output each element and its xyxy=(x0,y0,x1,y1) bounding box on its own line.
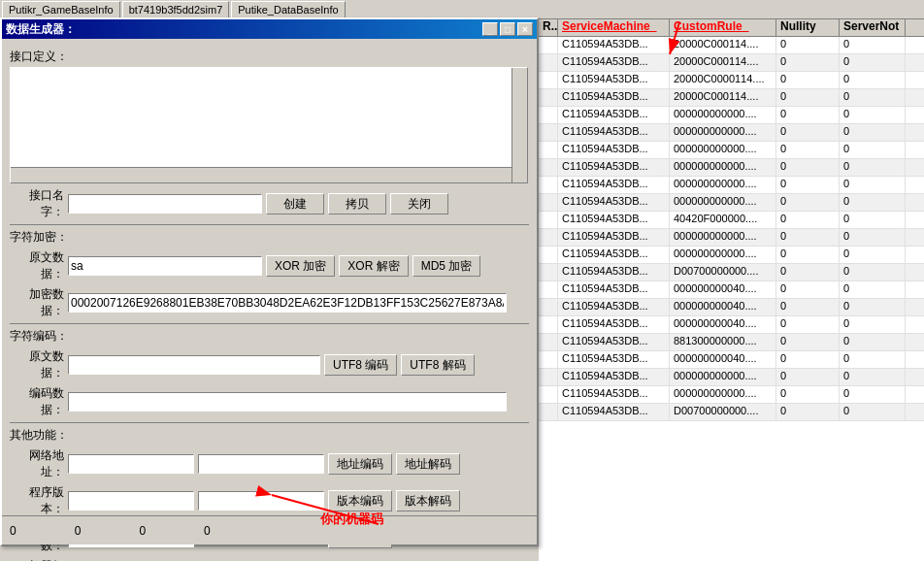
addr-encode-button[interactable]: 地址编码 xyxy=(328,453,392,475)
grid-cell: D00700000000.... xyxy=(670,264,776,280)
table-row: C110594A53DB...000000000000....00 xyxy=(539,124,924,142)
grid-cell: 000000000040.... xyxy=(670,351,776,368)
col-header-r: R... xyxy=(539,17,558,36)
grid-cell: 0 xyxy=(776,404,840,420)
grid-cell: 0 xyxy=(776,142,840,158)
grid-cell: 0 xyxy=(776,247,840,263)
scrollbar-right[interactable] xyxy=(512,68,527,182)
grid-cell xyxy=(539,299,558,315)
grid-cell: C110594A53DB... xyxy=(558,212,670,228)
network-addr-input2[interactable] xyxy=(198,454,324,474)
utf8-encode-button[interactable]: UTF8 编码 xyxy=(324,354,397,376)
plain-data2-label: 原文数据： xyxy=(10,348,64,381)
grid-cell: C110594A53DB... xyxy=(558,142,670,158)
encoded-data-row: 编码数据： xyxy=(10,385,529,418)
other-func-label: 其他功能： xyxy=(10,427,529,444)
grid-cell: 0 xyxy=(840,404,906,420)
grid-cell xyxy=(539,72,558,88)
grid-cell xyxy=(539,404,558,420)
grid-cell xyxy=(539,264,558,280)
grid-cell: 20000C000114.... xyxy=(670,89,776,106)
table-row: C110594A53DB...20000C000114....00 xyxy=(539,37,924,54)
grid-cell: C110594A53DB... xyxy=(558,107,670,123)
table-row: C110594A53DB...000000000000....00 xyxy=(539,369,924,386)
interface-def-label: 接口定义： xyxy=(10,49,529,65)
dialog-window: 数据生成器： _ □ × 接口定义： 接口名字： 创建 拷贝 关闭 字符加密： … xyxy=(0,17,539,546)
grid-cell: 000000000000.... xyxy=(670,142,776,158)
grid-cell: C110594A53DB... xyxy=(558,264,670,280)
plain-data2-row: 原文数据： UTF8 编码 UTF8 解码 xyxy=(10,348,529,381)
grid-cell: 0 xyxy=(840,54,906,71)
interface-name-label: 接口名字： xyxy=(10,187,64,220)
table-row: C110594A53DB...D00700000000....00 xyxy=(539,264,924,281)
bottom-val-2: 0 xyxy=(75,524,82,538)
table-row: C110594A53DB...000000000000....00 xyxy=(539,107,924,124)
grid-cell: 0 xyxy=(776,107,840,123)
prog-version-input1[interactable] xyxy=(68,491,194,511)
char-encode-label: 字符编码： xyxy=(10,328,529,345)
grid-cell: 000000000000.... xyxy=(670,124,776,141)
prog-version-label: 程序版本： xyxy=(10,484,64,517)
grid-cell: 000000000000.... xyxy=(670,107,776,123)
grid-cell xyxy=(539,37,558,53)
grid-cell xyxy=(539,212,558,228)
grid-cell xyxy=(539,386,558,403)
encoded-data-input[interactable] xyxy=(68,392,507,412)
col-header-servernot: ServerNot xyxy=(840,17,906,36)
grid-cell: 0 xyxy=(776,386,840,403)
grid-cell: C110594A53DB... xyxy=(558,229,670,246)
taskbar-btn-1[interactable]: Putikr_GameBaseInfo xyxy=(2,1,120,18)
xor-decrypt-button[interactable]: XOR 解密 xyxy=(339,255,408,277)
grid-cell: 000000000000.... xyxy=(670,194,776,211)
copy-button[interactable]: 拷贝 xyxy=(328,193,386,214)
grid-cell: 0 xyxy=(840,194,906,211)
encrypted-data-row: 加密数据： xyxy=(10,286,529,319)
grid-cell: 0 xyxy=(776,229,840,246)
grid-cell: 0 xyxy=(776,124,840,141)
grid-cell: 881300000000.... xyxy=(670,334,776,350)
grid-cell: 0 xyxy=(776,72,840,88)
grid-cell xyxy=(539,247,558,263)
grid-cell: 0 xyxy=(840,369,906,385)
grid-cell: 0 xyxy=(840,264,906,280)
grid-cell: C110594A53DB... xyxy=(558,316,670,333)
taskbar-btn-3[interactable]: Putike_DataBaseInfo xyxy=(231,1,345,18)
grid-cell xyxy=(539,54,558,71)
interface-name-input[interactable] xyxy=(68,194,262,214)
utf8-decode-button[interactable]: UTF8 解码 xyxy=(401,354,474,376)
table-row: C110594A53DB...20000C000114....00 xyxy=(539,54,924,72)
grid-body: C110594A53DB...20000C000114....00C110594… xyxy=(539,37,924,421)
plain-data-input[interactable] xyxy=(68,256,262,276)
grid-cell: 0 xyxy=(840,386,906,403)
interface-name-row: 接口名字： 创建 拷贝 关闭 xyxy=(10,187,529,220)
taskbar-btn-2[interactable]: bt7419b3f5dd2sim7 xyxy=(122,1,230,18)
grid-cell: 0 xyxy=(776,334,840,350)
md5-encrypt-button[interactable]: MD5 加密 xyxy=(412,255,481,277)
scrollbar-bottom[interactable] xyxy=(11,167,512,182)
grid-cell: 0 xyxy=(776,37,840,53)
grid-cell xyxy=(539,177,558,193)
addr-decode-button[interactable]: 地址解码 xyxy=(396,453,460,475)
table-row: C110594A53DB...000000000000....00 xyxy=(539,142,924,159)
grid-cell: 0 xyxy=(840,281,906,298)
create-button[interactable]: 创建 xyxy=(266,193,324,214)
grid-cell: 0 xyxy=(840,299,906,315)
sep2 xyxy=(10,323,529,324)
table-row: C110594A53DB...000000000040....00 xyxy=(539,281,924,299)
dialog-close-button[interactable]: 关闭 xyxy=(390,193,448,214)
interface-area xyxy=(10,67,528,183)
table-row: C110594A53DB...000000000040....00 xyxy=(539,316,924,334)
dialog-title: 数据生成器： xyxy=(6,21,76,38)
plain-data2-input[interactable] xyxy=(68,355,320,375)
table-row: C110594A53DB...000000000000....00 xyxy=(539,159,924,177)
grid-cell: 000000000000.... xyxy=(670,247,776,263)
xor-encrypt-button[interactable]: XOR 加密 xyxy=(266,255,335,277)
grid-cell: 000000000000.... xyxy=(670,386,776,403)
minimize-button[interactable]: _ xyxy=(482,22,498,36)
encrypted-data-input[interactable] xyxy=(68,293,507,313)
close-button[interactable]: × xyxy=(517,22,533,36)
maximize-button[interactable]: □ xyxy=(500,22,515,36)
grid-cell: 000000000000.... xyxy=(670,229,776,246)
network-addr-input1[interactable] xyxy=(68,454,194,474)
table-row: C110594A53DB...000000000000....00 xyxy=(539,386,924,404)
